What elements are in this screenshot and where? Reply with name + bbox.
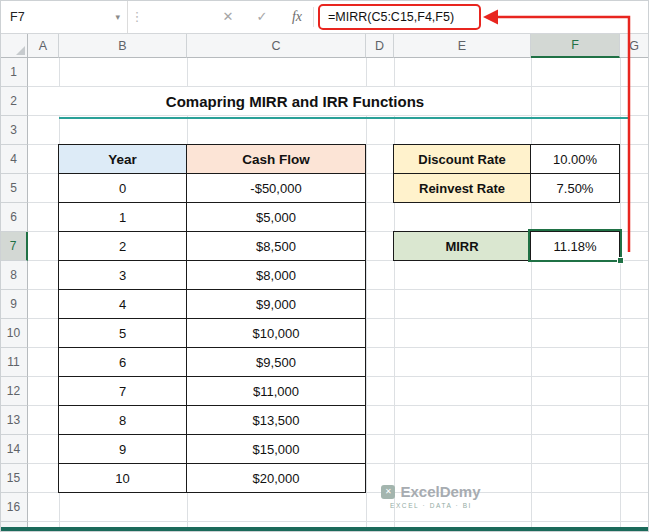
row-header-2[interactable]: 2 bbox=[0, 87, 28, 116]
year-cell[interactable]: 3 bbox=[59, 261, 187, 290]
formula-bar-drag-handle-icon: ⋮ bbox=[130, 0, 144, 33]
select-all-corner[interactable] bbox=[0, 34, 28, 58]
watermark: ✕ ExcelDemy EXCEL · DATA · BI bbox=[375, 483, 487, 509]
title-underline bbox=[59, 117, 628, 119]
cashflow-cell[interactable]: $20,000 bbox=[187, 464, 366, 493]
cashflow-cell[interactable]: $15,000 bbox=[187, 435, 366, 464]
discount-rate-value-cell[interactable]: 10.00% bbox=[531, 145, 620, 174]
enter-icon[interactable]: ✓ bbox=[248, 0, 276, 33]
year-cell[interactable]: 9 bbox=[59, 435, 187, 464]
page-title: Comapring MIRR and IRR Functions bbox=[166, 93, 424, 110]
formula-input[interactable]: =MIRR(C5:C15,F4,F5) bbox=[320, 10, 454, 24]
row-header-11[interactable]: 11 bbox=[0, 348, 28, 377]
row-header-7[interactable]: 7 bbox=[0, 232, 28, 261]
select-all-triangle-icon bbox=[16, 46, 25, 55]
cashflow-header-cell[interactable]: Cash Flow bbox=[187, 145, 366, 174]
column-header-d[interactable]: D bbox=[366, 34, 394, 58]
year-cell[interactable]: 6 bbox=[59, 348, 187, 377]
year-cell[interactable]: 8 bbox=[59, 406, 187, 435]
column-header-a[interactable]: A bbox=[28, 34, 59, 58]
row-header-15[interactable]: 15 bbox=[0, 464, 28, 493]
cancel-icon[interactable]: ✕ bbox=[214, 0, 242, 33]
cashflow-table: Year Cash Flow 0 -$50,000 1 $5,000 2 $8,… bbox=[58, 144, 366, 493]
year-cell[interactable]: 7 bbox=[59, 377, 187, 406]
formula-bar: F7 ▾ ⋮ ✕ ✓ fx =MIRR(C5:C15,F4,F5) bbox=[0, 0, 649, 34]
column-header-f[interactable]: F bbox=[531, 34, 620, 58]
title-cell[interactable]: Comapring MIRR and IRR Functions bbox=[59, 87, 531, 115]
year-header-cell[interactable]: Year bbox=[59, 145, 187, 174]
cashflow-cell[interactable]: $11,000 bbox=[187, 377, 366, 406]
row-header-1[interactable]: 1 bbox=[0, 58, 28, 87]
rate-table: Discount Rate 10.00% Reinvest Rate 7.50% bbox=[393, 144, 620, 203]
year-cell[interactable]: 2 bbox=[59, 232, 187, 261]
discount-rate-label-cell[interactable]: Discount Rate bbox=[394, 145, 531, 174]
cashflow-cell[interactable]: $8,500 bbox=[187, 232, 366, 261]
name-box[interactable]: F7 ▾ bbox=[0, 0, 128, 33]
column-header-g[interactable]: G bbox=[620, 34, 649, 58]
column-header-c[interactable]: C bbox=[187, 34, 366, 58]
mirr-label-cell[interactable]: MIRR bbox=[394, 232, 531, 261]
mirr-value-cell[interactable]: 11.18% bbox=[531, 232, 620, 261]
row-header-10[interactable]: 10 bbox=[0, 319, 28, 348]
cashflow-cell[interactable]: -$50,000 bbox=[187, 174, 366, 203]
row-header-4[interactable]: 4 bbox=[0, 145, 28, 174]
year-cell[interactable]: 1 bbox=[59, 203, 187, 232]
watermark-name: ExcelDemy bbox=[400, 483, 480, 500]
formula-highlight-box: =MIRR(C5:C15,F4,F5) bbox=[318, 4, 481, 30]
watermark-row: ✕ ExcelDemy bbox=[375, 483, 487, 500]
cashflow-cell[interactable]: $8,000 bbox=[187, 261, 366, 290]
mirr-row: MIRR 11.18% bbox=[393, 231, 620, 261]
row-header-13[interactable]: 13 bbox=[0, 406, 28, 435]
exceldemy-logo-icon: ✕ bbox=[381, 485, 395, 499]
year-cell[interactable]: 10 bbox=[59, 464, 187, 493]
row-header-12[interactable]: 12 bbox=[0, 377, 28, 406]
cashflow-cell[interactable]: $10,000 bbox=[187, 319, 366, 348]
name-box-value: F7 bbox=[10, 10, 25, 24]
cashflow-cell[interactable]: $5,000 bbox=[187, 203, 366, 232]
row-header-5[interactable]: 5 bbox=[0, 174, 28, 203]
year-cell[interactable]: 5 bbox=[59, 319, 187, 348]
bottom-bar bbox=[0, 527, 649, 532]
column-header-b[interactable]: B bbox=[59, 34, 187, 58]
row-header-3[interactable]: 3 bbox=[0, 116, 28, 145]
column-header-e[interactable]: E bbox=[394, 34, 531, 58]
cashflow-cell[interactable]: $13,500 bbox=[187, 406, 366, 435]
year-cell[interactable]: 4 bbox=[59, 290, 187, 319]
reinvest-rate-label-cell[interactable]: Reinvest Rate bbox=[394, 174, 531, 203]
row-header-6[interactable]: 6 bbox=[0, 203, 28, 232]
insert-function-icon[interactable]: fx bbox=[283, 0, 311, 33]
row-header-14[interactable]: 14 bbox=[0, 435, 28, 464]
excel-window: F7 ▾ ⋮ ✕ ✓ fx =MIRR(C5:C15,F4,F5) A B C … bbox=[0, 0, 649, 532]
chevron-down-icon[interactable]: ▾ bbox=[115, 12, 120, 22]
row-header-9[interactable]: 9 bbox=[0, 290, 28, 319]
watermark-tagline: EXCEL · DATA · BI bbox=[375, 502, 487, 509]
cashflow-cell[interactable]: $9,500 bbox=[187, 348, 366, 377]
row-header-16[interactable]: 16 bbox=[0, 493, 28, 522]
cashflow-cell[interactable]: $9,000 bbox=[187, 290, 366, 319]
formula-bar-separator bbox=[313, 7, 314, 27]
row-header-8[interactable]: 8 bbox=[0, 261, 28, 290]
year-cell[interactable]: 0 bbox=[59, 174, 187, 203]
reinvest-rate-value-cell[interactable]: 7.50% bbox=[531, 174, 620, 203]
